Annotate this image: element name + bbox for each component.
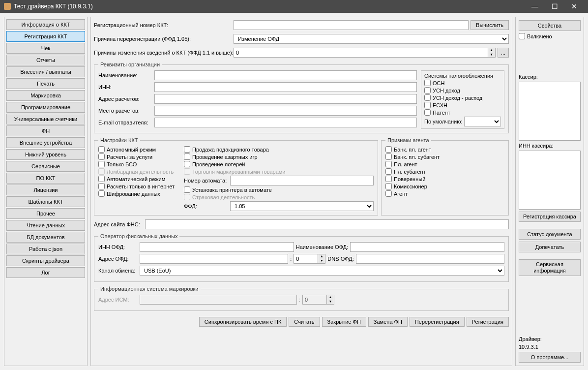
nav-item-3[interactable]: Отчеты — [6, 55, 85, 65]
fns-input[interactable] — [145, 219, 509, 229]
tax-checkbox-1[interactable] — [424, 87, 431, 93]
agent-checkbox-5[interactable] — [385, 183, 392, 189]
tax-default-select[interactable] — [464, 117, 501, 126]
ofd-port-input[interactable] — [294, 254, 318, 264]
tax-legend: Системы налогообложения — [424, 73, 501, 79]
rereg-reason-select[interactable]: Изменение ОФД — [234, 34, 509, 44]
ofd-inn-input[interactable] — [140, 242, 294, 252]
nav-item-4[interactable]: Внесения / выплаты — [6, 66, 85, 77]
props-button[interactable]: Свойства — [519, 20, 581, 31]
nav-item-6[interactable]: Маркировка — [6, 90, 85, 101]
calc-button[interactable]: Вычислить — [470, 20, 509, 30]
bottom-btn-0[interactable]: Синхронизировать время с ПК — [199, 317, 287, 327]
machine-num-input[interactable] — [230, 176, 374, 185]
ofd-dns-input[interactable] — [356, 254, 504, 264]
printer-label: Установка принтера в автомате — [192, 187, 272, 193]
kkt1-checkbox-3 — [98, 168, 105, 175]
nav-item-5[interactable]: Печать — [6, 78, 85, 89]
nav-item-1[interactable]: Регистрация ККТ — [6, 31, 85, 42]
kkt1-checkbox-4[interactable] — [98, 176, 105, 182]
tax-checkbox-2[interactable] — [424, 94, 431, 101]
kkt1-checkbox-1[interactable] — [98, 154, 105, 160]
change-reasons-spin[interactable]: ▲▼ — [234, 48, 496, 58]
ffd-select[interactable]: 1.05 — [230, 201, 374, 211]
org-addr-input[interactable] — [154, 94, 417, 104]
cashier-inn-input[interactable] — [519, 151, 581, 210]
kkt2-checkbox-0[interactable] — [184, 146, 190, 153]
ofd-port-spin[interactable]: ▲▼ — [294, 254, 325, 264]
org-email-input[interactable] — [154, 118, 417, 127]
right-panel: Свойства Включено Кассир: ИНН кассира: Р… — [515, 17, 584, 366]
kkt2-checkbox-2[interactable] — [184, 161, 190, 167]
nav-item-16[interactable]: Прочее — [6, 208, 85, 219]
agent-checkbox-1[interactable] — [385, 154, 392, 160]
nav-item-12[interactable]: Сервисные — [6, 161, 85, 172]
nav-item-19[interactable]: Работа с json — [6, 244, 85, 254]
reg-num-input[interactable] — [234, 20, 469, 30]
spin-down-icon[interactable]: ▼ — [318, 259, 325, 263]
nav-item-2[interactable]: Чек — [6, 43, 85, 54]
reg-cashier-button[interactable]: Регистрация кассира — [519, 212, 581, 222]
kkt1-label-4: Автоматический режим — [107, 176, 165, 182]
ofd-channel-select[interactable]: USB (EoU) — [140, 266, 504, 276]
maximize-button[interactable]: ☐ — [545, 0, 564, 13]
nav-item-8[interactable]: Универсальные счетчики — [6, 114, 85, 124]
bottom-btn-4[interactable]: Перерегистрация — [410, 317, 465, 327]
nav-item-15[interactable]: Шаблоны ККТ — [6, 196, 85, 207]
doc-status-button[interactable]: Статус документа — [519, 229, 581, 240]
change-reasons-input[interactable] — [234, 48, 488, 58]
enabled-checkbox[interactable] — [519, 33, 525, 39]
agent-checkbox-4[interactable] — [385, 176, 392, 182]
nav-item-0[interactable]: Информация о ККТ — [6, 19, 85, 30]
service-info-button[interactable]: Сервисная информация — [519, 259, 581, 276]
agent-checkbox-3[interactable] — [385, 168, 392, 175]
tax-checkbox-3[interactable] — [424, 102, 431, 108]
spin-up-icon[interactable]: ▲ — [488, 48, 495, 53]
reprint-button[interactable]: Допечатать — [519, 242, 581, 252]
kkt1-checkbox-0[interactable] — [98, 146, 105, 153]
machine-num-label: Номер автомата: — [184, 178, 228, 184]
agent-checkbox-0[interactable] — [385, 146, 392, 153]
nav-item-20[interactable]: Скрипты драйвера — [6, 255, 85, 266]
close-button[interactable]: ✕ — [564, 0, 584, 13]
bottom-btn-3[interactable]: Замена ФН — [368, 317, 408, 327]
agent-checkbox-6[interactable] — [385, 190, 392, 197]
tax-checkbox-0[interactable] — [424, 80, 431, 86]
bottom-btn-5[interactable]: Регистрация — [467, 317, 509, 327]
nav-item-18[interactable]: БД документов — [6, 232, 85, 243]
nav-item-11[interactable]: Нижний уровень — [6, 149, 85, 160]
nav-item-7[interactable]: Программирование — [6, 102, 85, 113]
about-button[interactable]: О программе... — [519, 352, 581, 363]
bottom-btn-1[interactable]: Считать — [289, 317, 320, 327]
kkt1-checkbox-5[interactable] — [98, 183, 105, 189]
ofd-name-input[interactable] — [350, 242, 504, 252]
nav-item-14[interactable]: Лицензии — [6, 185, 85, 195]
nav-item-9[interactable]: ФН — [6, 125, 85, 136]
ofd-addr-input[interactable] — [140, 254, 288, 264]
ofd-addr-label: Адрес ОФД: — [98, 256, 138, 262]
nav-item-10[interactable]: Внешние устройства — [6, 137, 85, 148]
agent-checkbox-2[interactable] — [385, 161, 392, 167]
tax-checkbox-4[interactable] — [424, 109, 431, 116]
enabled-label: Включено — [527, 33, 552, 39]
org-inn-input[interactable] — [154, 82, 417, 92]
insurance-checkbox — [184, 194, 190, 200]
kkt2-checkbox-1[interactable] — [184, 154, 190, 160]
nav-item-21[interactable]: Лог — [6, 267, 85, 278]
org-name-input[interactable] — [154, 70, 417, 80]
printer-checkbox[interactable] — [184, 186, 190, 193]
kkt1-label-0: Автономный режим — [107, 147, 156, 153]
cashier-input[interactable] — [519, 82, 581, 141]
spin-down-icon[interactable]: ▼ — [488, 53, 495, 57]
kkt1-checkbox-6[interactable] — [98, 190, 105, 197]
change-reasons-label: Причины изменения сведений о ККТ (ФФД 1.… — [94, 50, 232, 56]
bottom-btn-2[interactable]: Закрытие ФН — [322, 317, 366, 327]
minimize-button[interactable]: — — [525, 0, 545, 13]
agent-label-5: Комиссионер — [394, 184, 427, 189]
nav-item-13[interactable]: ПО ККТ — [6, 173, 85, 184]
org-place-input[interactable] — [154, 106, 417, 116]
kkt1-checkbox-2[interactable] — [98, 161, 105, 167]
change-reasons-more-button[interactable]: ... — [498, 48, 509, 58]
nav-item-17[interactable]: Чтение данных — [6, 220, 85, 231]
spin-up-icon[interactable]: ▲ — [318, 254, 325, 259]
